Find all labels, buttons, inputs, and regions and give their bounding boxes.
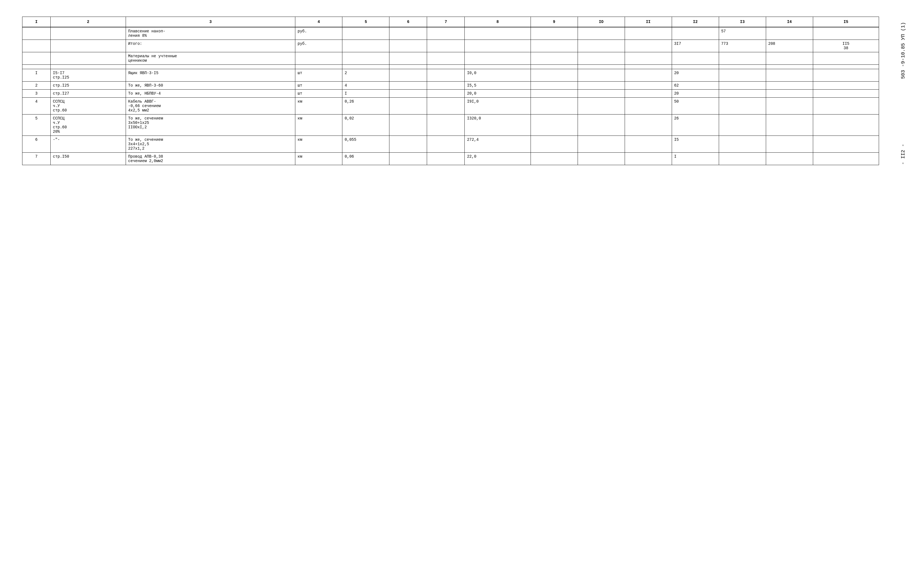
top-row: Итого:руб.3I7773208II5 38	[23, 40, 879, 52]
header-col7: 7	[427, 17, 465, 27]
header-col5: 5	[342, 17, 389, 27]
table-body: Плавсение накоп- ления 8%руб.57Итого:руб…	[23, 27, 879, 165]
main-table: I 2 3 4 5 6 7 8 9 IO II I2 I3 I4 I5 Плав…	[22, 16, 879, 165]
table-row: 5ССПСЦ ч.У стр.60 20%То же, сечением 3х5…	[23, 115, 879, 136]
header-col4: 4	[295, 17, 342, 27]
table-row: 6-"-То же, сечением 3х4+1х2,5 227х1,2км0…	[23, 136, 879, 153]
side-label-top: 503 -9-10.85 УП (1)	[900, 22, 907, 79]
header-col2: 2	[51, 17, 126, 27]
table-row: 7стр.I50Провод АПВ-0,38 сечением 2,0мм2к…	[23, 153, 879, 165]
header-col9: 9	[531, 17, 578, 27]
top-row: Плавсение накоп- ления 8%руб.57	[23, 27, 879, 40]
header-col14: I4	[766, 17, 813, 27]
table-row: II5-I7 стр.I25Ящик ЯВП-3-I5шт2I0,020	[23, 69, 879, 82]
header-col11: II	[625, 17, 672, 27]
top-row: Материалы не учтенные ценником	[23, 52, 879, 65]
header-col3: 3	[126, 17, 295, 27]
table-row: 2стр.I25То же, ЯВП-3-60шт4I5,562	[23, 82, 879, 90]
header-col6: 6	[389, 17, 427, 27]
table-row: 3стр.I27То же, НБПВУ-4штI20,020	[23, 90, 879, 98]
side-label-bottom: - II2 -	[900, 144, 907, 165]
page-container: 503 -9-10.85 УП (1) - II2 - I 2 3	[5, 5, 910, 176]
table-row: 4ССПСЦ ч.У стр.60Кабель АВВГ- -0,66 сече…	[23, 98, 879, 115]
header-col15: I5	[813, 17, 879, 27]
header-col13: I3	[719, 17, 766, 27]
header-col1: I	[23, 17, 51, 27]
header-col10: IO	[578, 17, 625, 27]
header-col8: 8	[465, 17, 531, 27]
header-row: I 2 3 4 5 6 7 8 9 IO II I2 I3 I4 I5	[23, 17, 879, 27]
header-col12: I2	[672, 17, 719, 27]
separator-row	[23, 65, 879, 69]
